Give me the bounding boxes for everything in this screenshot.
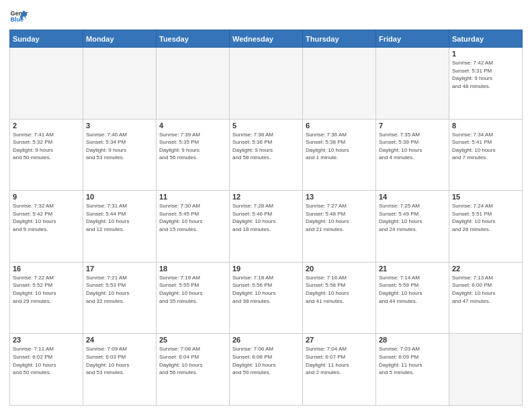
day-number: 6 [306, 122, 373, 130]
day-info: Sunrise: 7:19 AM Sunset: 5:55 PM Dayligh… [159, 274, 226, 305]
weekday-header: Monday [83, 30, 157, 48]
day-info: Sunrise: 7:32 AM Sunset: 5:42 PM Dayligh… [13, 202, 80, 233]
calendar-cell: 7Sunrise: 7:35 AM Sunset: 5:39 PM Daylig… [376, 119, 449, 191]
calendar-cell: 14Sunrise: 7:25 AM Sunset: 5:49 PM Dayli… [376, 191, 449, 263]
weekday-header: Friday [376, 30, 449, 48]
calendar-cell [83, 48, 157, 120]
calendar-cell [230, 48, 303, 120]
day-number: 19 [232, 265, 300, 273]
calendar-table: SundayMondayTuesdayWednesdayThursdayFrid… [9, 30, 523, 406]
calendar-cell: 9Sunrise: 7:32 AM Sunset: 5:42 PM Daylig… [10, 191, 83, 263]
day-number: 18 [159, 265, 226, 273]
day-number: 24 [86, 336, 153, 344]
day-info: Sunrise: 7:41 AM Sunset: 5:32 PM Dayligh… [13, 131, 80, 162]
calendar-cell: 8Sunrise: 7:34 AM Sunset: 5:41 PM Daylig… [449, 119, 523, 191]
calendar-cell: 22Sunrise: 7:13 AM Sunset: 6:00 PM Dayli… [449, 262, 523, 334]
day-number: 28 [379, 336, 446, 344]
day-info: Sunrise: 7:16 AM Sunset: 5:58 PM Dayligh… [306, 274, 373, 305]
calendar-cell: 27Sunrise: 7:04 AM Sunset: 6:07 PM Dayli… [303, 334, 376, 406]
day-number: 17 [86, 265, 153, 273]
calendar-cell: 18Sunrise: 7:19 AM Sunset: 5:55 PM Dayli… [157, 262, 230, 334]
day-number: 2 [13, 122, 80, 130]
day-info: Sunrise: 7:31 AM Sunset: 5:44 PM Dayligh… [86, 202, 153, 233]
calendar-cell: 6Sunrise: 7:36 AM Sunset: 5:38 PM Daylig… [303, 119, 376, 191]
day-info: Sunrise: 7:21 AM Sunset: 5:53 PM Dayligh… [86, 274, 153, 305]
day-info: Sunrise: 7:04 AM Sunset: 6:07 PM Dayligh… [306, 345, 373, 376]
weekday-header: Sunday [10, 30, 83, 48]
calendar-cell: 3Sunrise: 7:40 AM Sunset: 5:34 PM Daylig… [83, 119, 157, 191]
day-info: Sunrise: 7:06 AM Sunset: 6:06 PM Dayligh… [232, 345, 300, 376]
day-info: Sunrise: 7:27 AM Sunset: 5:48 PM Dayligh… [306, 202, 373, 233]
day-info: Sunrise: 7:18 AM Sunset: 5:56 PM Dayligh… [232, 274, 300, 305]
day-info: Sunrise: 7:08 AM Sunset: 6:04 PM Dayligh… [159, 345, 226, 376]
calendar-cell: 23Sunrise: 7:11 AM Sunset: 6:02 PM Dayli… [10, 334, 83, 406]
weekday-header: Saturday [449, 30, 523, 48]
day-number: 9 [13, 193, 80, 201]
calendar-cell: 13Sunrise: 7:27 AM Sunset: 5:48 PM Dayli… [303, 191, 376, 263]
day-info: Sunrise: 7:03 AM Sunset: 6:09 PM Dayligh… [379, 345, 446, 376]
calendar-cell: 25Sunrise: 7:08 AM Sunset: 6:04 PM Dayli… [157, 334, 230, 406]
calendar-cell: 24Sunrise: 7:09 AM Sunset: 6:03 PM Dayli… [83, 334, 157, 406]
calendar-cell [157, 48, 230, 120]
day-number: 10 [86, 193, 153, 201]
day-info: Sunrise: 7:24 AM Sunset: 5:51 PM Dayligh… [452, 202, 519, 233]
day-info: Sunrise: 7:35 AM Sunset: 5:39 PM Dayligh… [379, 131, 446, 162]
calendar-cell: 11Sunrise: 7:30 AM Sunset: 5:45 PM Dayli… [157, 191, 230, 263]
calendar-cell: 5Sunrise: 7:38 AM Sunset: 5:36 PM Daylig… [230, 119, 303, 191]
day-number: 5 [232, 122, 300, 130]
logo-icon: General Blue [9, 7, 28, 26]
day-info: Sunrise: 7:11 AM Sunset: 6:02 PM Dayligh… [13, 345, 80, 376]
page: General Blue SundayMondayTuesdayWednesda… [0, 0, 532, 411]
day-number: 12 [232, 193, 300, 201]
header: General Blue [9, 7, 523, 26]
calendar-cell: 28Sunrise: 7:03 AM Sunset: 6:09 PM Dayli… [376, 334, 449, 406]
day-info: Sunrise: 7:30 AM Sunset: 5:45 PM Dayligh… [159, 202, 226, 233]
calendar-cell: 16Sunrise: 7:22 AM Sunset: 5:52 PM Dayli… [10, 262, 83, 334]
calendar-cell: 12Sunrise: 7:28 AM Sunset: 5:46 PM Dayli… [230, 191, 303, 263]
day-info: Sunrise: 7:39 AM Sunset: 5:35 PM Dayligh… [159, 131, 226, 162]
calendar-cell [303, 48, 376, 120]
day-info: Sunrise: 7:34 AM Sunset: 5:41 PM Dayligh… [452, 131, 519, 162]
weekday-header: Tuesday [157, 30, 230, 48]
day-number: 21 [379, 265, 446, 273]
day-info: Sunrise: 7:09 AM Sunset: 6:03 PM Dayligh… [86, 345, 153, 376]
calendar-cell [449, 334, 523, 406]
day-number: 8 [452, 122, 519, 130]
day-number: 16 [13, 265, 80, 273]
day-info: Sunrise: 7:40 AM Sunset: 5:34 PM Dayligh… [86, 131, 153, 162]
day-number: 7 [379, 122, 446, 130]
calendar-cell: 10Sunrise: 7:31 AM Sunset: 5:44 PM Dayli… [83, 191, 157, 263]
day-info: Sunrise: 7:38 AM Sunset: 5:36 PM Dayligh… [232, 131, 300, 162]
weekday-header: Thursday [303, 30, 376, 48]
day-info: Sunrise: 7:13 AM Sunset: 6:00 PM Dayligh… [452, 274, 519, 305]
day-number: 11 [159, 193, 226, 201]
day-number: 25 [159, 336, 226, 344]
calendar-cell: 26Sunrise: 7:06 AM Sunset: 6:06 PM Dayli… [230, 334, 303, 406]
logo: General Blue [9, 7, 28, 26]
day-info: Sunrise: 7:25 AM Sunset: 5:49 PM Dayligh… [379, 202, 446, 233]
day-number: 20 [306, 265, 373, 273]
calendar-cell [10, 48, 83, 120]
calendar-cell [376, 48, 449, 120]
day-number: 22 [452, 265, 519, 273]
day-number: 14 [379, 193, 446, 201]
day-number: 13 [306, 193, 373, 201]
weekday-header: Wednesday [230, 30, 303, 48]
calendar-cell: 15Sunrise: 7:24 AM Sunset: 5:51 PM Dayli… [449, 191, 523, 263]
day-number: 15 [452, 193, 519, 201]
day-info: Sunrise: 7:28 AM Sunset: 5:46 PM Dayligh… [232, 202, 300, 233]
calendar-cell: 4Sunrise: 7:39 AM Sunset: 5:35 PM Daylig… [157, 119, 230, 191]
calendar-cell: 19Sunrise: 7:18 AM Sunset: 5:56 PM Dayli… [230, 262, 303, 334]
calendar-cell: 21Sunrise: 7:14 AM Sunset: 5:59 PM Dayli… [376, 262, 449, 334]
calendar-cell: 17Sunrise: 7:21 AM Sunset: 5:53 PM Dayli… [83, 262, 157, 334]
calendar-cell: 1Sunrise: 7:42 AM Sunset: 5:31 PM Daylig… [449, 48, 523, 120]
day-number: 4 [159, 122, 226, 130]
calendar-cell: 20Sunrise: 7:16 AM Sunset: 5:58 PM Dayli… [303, 262, 376, 334]
day-number: 1 [452, 50, 519, 58]
day-info: Sunrise: 7:22 AM Sunset: 5:52 PM Dayligh… [13, 274, 80, 305]
day-info: Sunrise: 7:42 AM Sunset: 5:31 PM Dayligh… [452, 59, 519, 90]
calendar-cell: 2Sunrise: 7:41 AM Sunset: 5:32 PM Daylig… [10, 119, 83, 191]
day-number: 3 [86, 122, 153, 130]
day-info: Sunrise: 7:14 AM Sunset: 5:59 PM Dayligh… [379, 274, 446, 305]
day-number: 23 [13, 336, 80, 344]
